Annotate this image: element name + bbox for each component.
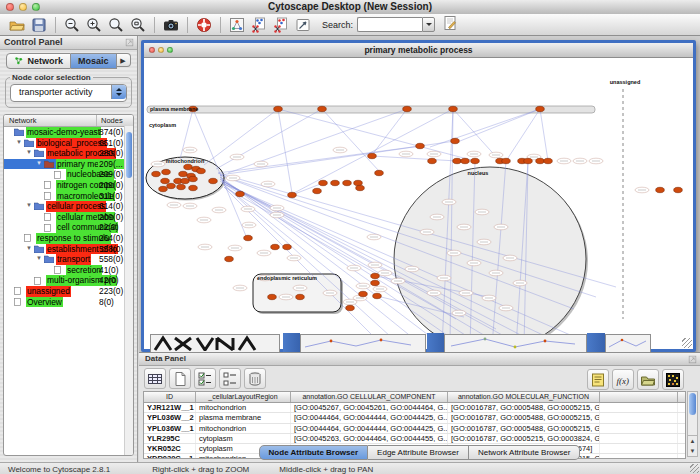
background-window-2[interactable] [444, 334, 587, 352]
network-node[interactable] [189, 176, 198, 181]
network-node[interactable] [544, 158, 553, 163]
zoom-selected-button[interactable] [127, 15, 149, 35]
table-scroll-thumb[interactable] [689, 393, 696, 415]
network-node[interactable] [359, 291, 368, 296]
background-window-edge[interactable] [283, 333, 300, 352]
tree-row[interactable]: ▼cellular process614(0) [4, 201, 133, 212]
tree-expand-icon[interactable]: ▼ [26, 245, 32, 251]
network-node[interactable] [296, 294, 305, 299]
notes-button[interactable] [587, 369, 609, 390]
column-header[interactable] [600, 392, 678, 402]
tree-row[interactable]: response to stimulu264(0) [4, 233, 133, 244]
column-header[interactable]: _cellularLayoutRegion [196, 392, 291, 402]
network-node[interactable] [318, 106, 327, 111]
tab-network-attribute-browser[interactable]: Network Attribute Browser [469, 445, 580, 460]
network-node[interactable] [189, 185, 198, 190]
network-node[interactable] [177, 184, 186, 189]
tree-expand-icon[interactable]: ▼ [26, 202, 32, 208]
network-node[interactable] [343, 180, 352, 185]
tab-network[interactable]: Network [6, 53, 71, 69]
network-node[interactable] [428, 158, 437, 163]
network-canvas[interactable]: plasma membranecytoplasmmitochondrionnuc… [144, 57, 693, 349]
save-button[interactable] [28, 15, 50, 35]
network-node[interactable] [403, 106, 412, 111]
tab-edge-attribute-browser[interactable]: Edge Attribute Browser [368, 445, 469, 460]
column-header[interactable]: ID [144, 392, 196, 402]
tree-row[interactable]: secretion41(0) [4, 265, 133, 276]
network-node[interactable] [271, 244, 280, 249]
app-resize-grip[interactable] [690, 464, 699, 473]
tree-row[interactable]: unassigned223(0) [4, 286, 133, 297]
unselect-attributes-button[interactable] [219, 368, 241, 389]
column-header[interactable]: annotation.GO CELLULAR_COMPONENT [291, 392, 448, 402]
annotation-button[interactable] [292, 15, 314, 35]
network-node[interactable] [236, 191, 245, 196]
network-node[interactable] [283, 244, 292, 249]
network-node[interactable] [288, 192, 297, 197]
network-node[interactable] [319, 180, 328, 185]
network-node[interactable] [161, 178, 170, 183]
zoom-out-button[interactable] [61, 15, 83, 35]
float-panel-icon[interactable] [688, 355, 697, 364]
network-node[interactable] [453, 158, 462, 163]
tree-header[interactable]: Network Nodes [4, 115, 133, 127]
help-button[interactable] [193, 15, 215, 35]
tree-row[interactable]: cell communicat22(0) [4, 222, 133, 233]
network-node[interactable] [179, 171, 188, 176]
network-node[interactable] [536, 106, 545, 111]
tab-node-attribute-browser[interactable]: Node Attribute Browser [259, 445, 369, 460]
network-node[interactable] [197, 168, 206, 173]
table-row[interactable]: YJR121W__1mitochondrion[GO:0045267, GO:0… [144, 403, 685, 413]
network-node[interactable] [524, 158, 533, 163]
select-graph-red-button[interactable] [270, 15, 292, 35]
formula-button[interactable]: f(x) [612, 369, 634, 390]
network-node[interactable] [368, 153, 377, 158]
network-node[interactable] [313, 188, 322, 193]
network-node[interactable] [209, 178, 218, 183]
network-view-window[interactable]: primary metabolic process plasma membran… [141, 40, 696, 352]
node-color-select[interactable]: transporter activity [10, 84, 127, 102]
tree-expand-icon[interactable]: ▼ [16, 139, 22, 145]
tree-row[interactable]: ▼biological_process651(0) [4, 138, 133, 149]
tree-expand-icon[interactable]: ▼ [36, 255, 42, 261]
network-node[interactable] [356, 185, 365, 190]
tree-scroll-thumb[interactable] [126, 132, 132, 178]
tree-row[interactable]: ▼transport558(0) [4, 254, 133, 265]
tree-row[interactable]: macromolecule311(0) [4, 191, 133, 202]
tree-row[interactable]: ▼establishment of lo558(0) [4, 244, 133, 255]
tree-row[interactable]: Overview8(0) [4, 297, 133, 308]
network-node[interactable] [536, 158, 545, 163]
network-node[interactable] [375, 170, 384, 175]
tree-row[interactable]: nucleobase-209(0) [4, 169, 133, 180]
network-node[interactable] [674, 187, 683, 192]
window-resize-grip[interactable] [682, 338, 692, 348]
import-button[interactable] [637, 369, 659, 390]
tree-expand-icon[interactable]: ▼ [26, 149, 32, 155]
network-node[interactable] [471, 158, 480, 163]
network-view-titlebar[interactable]: primary metabolic process [144, 43, 693, 58]
background-window-edge[interactable] [587, 333, 605, 352]
new-attribute-button[interactable] [169, 368, 191, 389]
table-row[interactable]: YLR295Ccytoplasm[GO:0045263, GO:0044464,… [144, 434, 685, 444]
network-node[interactable] [152, 171, 161, 176]
network-overview-button[interactable] [226, 15, 248, 35]
matrix-button[interactable] [662, 369, 684, 390]
background-window-overview[interactable] [150, 334, 280, 352]
zoom-fit-button[interactable] [105, 15, 127, 35]
tree-expand-icon[interactable]: ▼ [36, 160, 42, 166]
search-dropdown-icon[interactable] [422, 17, 435, 32]
network-node[interactable] [371, 280, 380, 285]
tree-row[interactable]: mosaic-demo-yeast874(0) [4, 127, 133, 138]
select-attributes-button[interactable] [194, 368, 216, 389]
network-node[interactable] [451, 138, 460, 143]
network-node[interactable] [244, 235, 253, 240]
snapshot-button[interactable] [160, 15, 182, 35]
network-node[interactable] [268, 294, 277, 299]
tree-row[interactable]: ▼metabolic process280(0) [4, 148, 133, 159]
network-node[interactable] [331, 180, 340, 185]
network-node[interactable] [225, 256, 234, 261]
tree-row[interactable]: ▼primary metabo209(... [4, 159, 133, 170]
delete-attribute-button[interactable] [244, 368, 266, 389]
table-row[interactable]: YPL036W__2plasma membrane[GO:0044464, GO… [144, 413, 685, 423]
network-node[interactable] [354, 180, 363, 185]
